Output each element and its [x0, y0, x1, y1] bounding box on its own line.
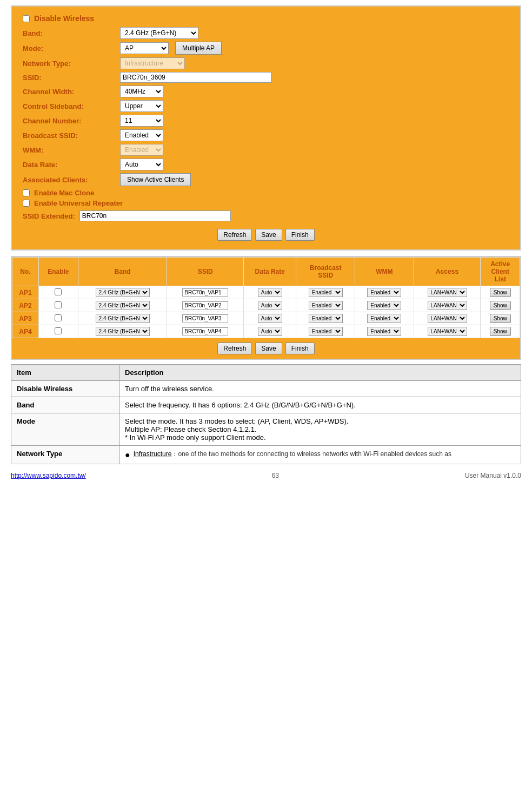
- vap-ssid-input-2[interactable]: [182, 314, 228, 322]
- disable-wireless-checkbox[interactable]: [23, 15, 30, 22]
- wmm-select[interactable]: Enabled Disabled: [120, 144, 163, 156]
- vap-enable-checkbox-1[interactable]: [55, 301, 62, 308]
- vap-show-2: Show: [481, 312, 520, 325]
- vap-wmm-select-3[interactable]: Enabled Disabled: [367, 327, 401, 336]
- desc-desc-disable-wireless: Turn off the wireless service.: [119, 381, 521, 397]
- mode-line-2: Multiple AP: Please check Section 4.1.2.…: [125, 425, 515, 433]
- network-type-label: Network Type:: [23, 60, 120, 68]
- footer-link[interactable]: http://www.sapido.com.tw/: [11, 472, 86, 479]
- vap-datarate-2: Auto: [244, 312, 296, 325]
- middle-finish-button[interactable]: Finish: [285, 343, 315, 354]
- enable-mac-clone-checkbox[interactable]: [23, 189, 30, 196]
- vap-enable-checkbox-3[interactable]: [55, 327, 62, 334]
- desc-row-band: Band Select the frequency. It has 6 opti…: [11, 397, 521, 413]
- footer-version: User Manual v1.0.0: [465, 472, 521, 479]
- vap-show-3: Show: [481, 325, 520, 338]
- table-row: AP3 2.4 GHz (B+G+N) Auto Enabled Disable…: [12, 312, 520, 325]
- vap-show-button-3[interactable]: Show: [490, 327, 511, 336]
- middle-refresh-button[interactable]: Refresh: [217, 343, 252, 354]
- vap-datarate-select-2[interactable]: Auto: [258, 314, 282, 323]
- vap-datarate-select-0[interactable]: Auto: [258, 288, 282, 297]
- vap-broadcast-2: Enabled Disabled: [296, 312, 355, 325]
- vap-broadcast-select-2[interactable]: Enabled Disabled: [309, 314, 343, 323]
- vap-datarate-select-3[interactable]: Auto: [258, 327, 282, 336]
- footer-url[interactable]: http://www.sapido.com.tw/: [11, 472, 86, 479]
- vap-band-select-0[interactable]: 2.4 GHz (B+G+N): [96, 288, 150, 297]
- vap-broadcast-1: Enabled Disabled: [296, 299, 355, 312]
- mode-label: Mode:: [23, 44, 120, 52]
- data-rate-select[interactable]: Auto: [120, 159, 163, 170]
- desc-desc-mode: Select the mode. It has 3 modes to selec…: [119, 413, 521, 446]
- vap-access-select-3[interactable]: LAN+WAN LAN WAN: [428, 327, 467, 336]
- vap-broadcast-select-1[interactable]: Enabled Disabled: [309, 301, 343, 310]
- infrastructure-desc: ：one of the two methods for connecting t…: [171, 450, 451, 458]
- network-type-text: Infrastructure：one of the two methods fo…: [134, 450, 451, 459]
- vap-wmm-select-1[interactable]: Enabled Disabled: [367, 301, 401, 310]
- associated-clients-label: Associated Clients:: [23, 176, 120, 184]
- desc-description-header: Description: [119, 365, 521, 381]
- channel-number-select[interactable]: 1234 5678 91011Auto: [120, 115, 163, 127]
- top-finish-button[interactable]: Finish: [285, 229, 315, 241]
- vap-show-button-2[interactable]: Show: [490, 314, 511, 323]
- disable-wireless-label: Disable Wireless: [34, 14, 94, 23]
- vap-access-select-2[interactable]: LAN+WAN LAN WAN: [428, 314, 467, 323]
- top-save-button[interactable]: Save: [255, 229, 282, 241]
- description-table: Item Description Disable Wireless Turn o…: [11, 364, 521, 464]
- control-sideband-select[interactable]: Upper Lower: [120, 100, 163, 112]
- middle-panel-buttons: Refresh Save Finish: [12, 338, 520, 359]
- vap-panel: No. Enable Band SSID Data Rate Broadcast…: [11, 256, 521, 360]
- table-row: AP2 2.4 GHz (B+G+N) Auto Enabled Disable…: [12, 299, 520, 312]
- middle-save-button[interactable]: Save: [255, 343, 282, 354]
- vap-access-select-1[interactable]: LAN+WAN LAN WAN: [428, 301, 467, 310]
- ssid-input[interactable]: BRC70n_3609: [120, 72, 271, 83]
- vap-ssid-input-3[interactable]: [182, 327, 228, 335]
- band-label: Band:: [23, 29, 120, 37]
- enable-mac-clone-row: Enable Mac Clone: [23, 189, 509, 197]
- vap-broadcast-select-3[interactable]: Enabled Disabled: [309, 327, 343, 336]
- ssid-label: SSID:: [23, 74, 120, 82]
- vap-show-0: Show: [481, 286, 520, 299]
- vap-datarate-3: Auto: [244, 325, 296, 338]
- desc-item-mode: Mode: [11, 413, 119, 446]
- ssid-extended-input[interactable]: BRC70n: [79, 210, 231, 221]
- vap-band-select-3[interactable]: 2.4 GHz (B+G+N): [96, 327, 150, 336]
- vap-access-select-0[interactable]: LAN+WAN LAN WAN: [428, 288, 467, 297]
- mode-line-3: * In Wi-Fi AP mode only support Client m…: [125, 433, 515, 442]
- vap-enable-checkbox-2[interactable]: [55, 314, 62, 321]
- vap-access-1: LAN+WAN LAN WAN: [414, 299, 481, 312]
- mode-line-1: Select the mode. It has 3 modes to selec…: [125, 417, 515, 425]
- vap-wmm-select-0[interactable]: Enabled Disabled: [367, 288, 401, 297]
- vap-wmm-select-2[interactable]: Enabled Disabled: [367, 314, 401, 323]
- multiple-ap-button[interactable]: Multiple AP: [175, 42, 222, 55]
- band-select[interactable]: 2.4 GHz (B+G+N) 2.4 GHz (B) 2.4 GHz (G) …: [120, 27, 198, 39]
- channel-number-label: Channel Number:: [23, 117, 120, 125]
- show-active-clients-button[interactable]: Show Active Clients: [120, 173, 191, 186]
- vap-broadcast-3: Enabled Disabled: [296, 325, 355, 338]
- vap-enable-1: [38, 299, 78, 312]
- vap-show-button-0[interactable]: Show: [490, 288, 511, 297]
- vap-enable-0: [38, 286, 78, 299]
- vap-show-button-1[interactable]: Show: [490, 301, 511, 310]
- col-ssid: SSID: [167, 258, 244, 286]
- vap-table: No. Enable Band SSID Data Rate Broadcast…: [12, 257, 520, 338]
- desc-row-disable-wireless: Disable Wireless Turn off the wireless s…: [11, 381, 521, 397]
- vap-band-select-1[interactable]: 2.4 GHz (B+G+N): [96, 301, 150, 310]
- broadcast-ssid-row: Broadcast SSID: Enabled Disabled: [23, 129, 509, 141]
- enable-universal-repeater-checkbox[interactable]: [23, 200, 30, 207]
- vap-datarate-select-1[interactable]: Auto: [258, 301, 282, 310]
- channel-width-select[interactable]: 20MHz 40MHz: [120, 85, 163, 97]
- mode-select[interactable]: AP Client WDS AP+WDS: [120, 42, 169, 54]
- channel-number-row: Channel Number: 1234 5678 91011Auto: [23, 115, 509, 127]
- network-type-select[interactable]: Infrastructure: [120, 57, 185, 69]
- vap-no-3: AP4: [12, 325, 39, 338]
- vap-band-select-2[interactable]: 2.4 GHz (B+G+N): [96, 314, 150, 323]
- vap-ssid-input-0[interactable]: [182, 288, 228, 297]
- vap-datarate-1: Auto: [244, 299, 296, 312]
- vap-enable-checkbox-0[interactable]: [55, 288, 62, 295]
- top-refresh-button[interactable]: Refresh: [217, 229, 252, 241]
- network-type-row: Network Type: Infrastructure: [23, 57, 509, 69]
- broadcast-ssid-select[interactable]: Enabled Disabled: [120, 129, 163, 141]
- vap-enable-3: [38, 325, 78, 338]
- vap-ssid-input-1[interactable]: [182, 301, 228, 309]
- vap-broadcast-select-0[interactable]: Enabled Disabled: [309, 288, 343, 297]
